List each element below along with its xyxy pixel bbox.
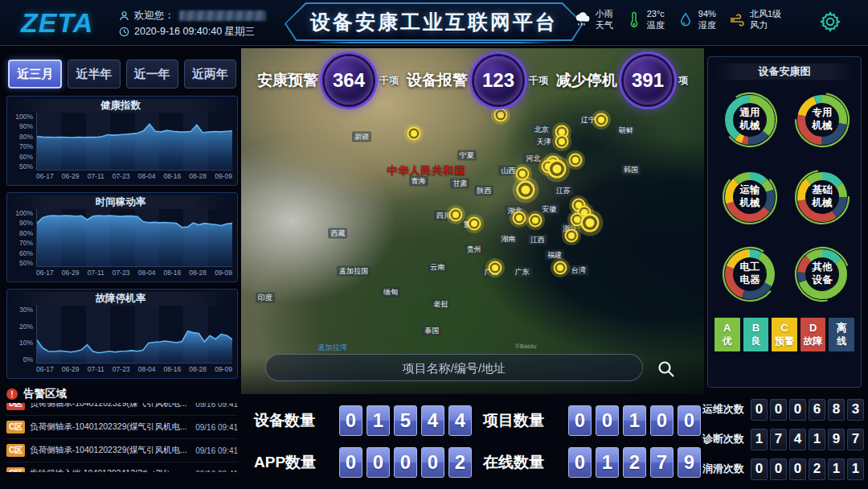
chart-panel-2: 故障停机率30%20%10%0%06-1706-2907-1107-2308-0…: [6, 289, 238, 379]
x-tick: 06-29: [62, 365, 80, 373]
weather-wind-value: 北风1级: [750, 9, 781, 20]
map-marker-17[interactable]: [574, 216, 580, 223]
map-label-region: 安徽: [540, 203, 559, 214]
x-tick: 06-17: [36, 172, 54, 180]
kpi-unit: 项: [678, 74, 688, 88]
map-marker-1[interactable]: [497, 112, 504, 118]
health-legend: A优B良C预警D故障离线: [714, 311, 854, 351]
alert-row-1[interactable]: C区负荷侧轴承-10401202329(煤气引风机电...09/16 09:41: [6, 416, 238, 439]
map-marker-20[interactable]: [557, 265, 563, 271]
settings-gear-icon[interactable]: [817, 8, 844, 35]
map-label-sea: 孟加拉湾: [315, 342, 349, 352]
gauge-label: 其他设备: [788, 240, 856, 308]
y-tick: 30%: [19, 306, 33, 314]
counter-digit: 0: [789, 399, 806, 421]
counter-digit: 2: [809, 458, 825, 480]
time-range-button-1[interactable]: 近半年: [68, 60, 120, 88]
device-health-panel: 设备安康图 通用机械专用机械运输机械基础机械电工电器其他设备 A优B良C预警D故…: [707, 56, 862, 388]
chart-plot: [36, 113, 232, 171]
map-marker-21[interactable]: [492, 265, 498, 271]
counter-digit: 3: [847, 399, 864, 421]
digit: 0: [339, 405, 362, 436]
y-tick: 80%: [19, 133, 33, 141]
counter-digit: 0: [770, 458, 787, 480]
masked-username: [179, 10, 266, 21]
map-label-region: 孟加拉国: [337, 265, 371, 276]
map-marker-7[interactable]: [545, 163, 551, 170]
gauge-5: 其他设备: [788, 240, 856, 308]
time-range-buttons: 近三月近半年近一年近两年: [6, 50, 238, 96]
project-search-input[interactable]: [266, 355, 642, 380]
map-marker-13[interactable]: [516, 215, 522, 221]
kpi-label: 安康预警: [257, 70, 318, 91]
map-marker-3[interactable]: [559, 129, 565, 135]
map-marker-14[interactable]: [532, 217, 538, 224]
map-marker-11[interactable]: [452, 212, 459, 218]
map-marker-16[interactable]: [581, 209, 588, 216]
digit-display: 00002: [339, 447, 472, 478]
chart-panel-1: 时间稼动率100%90%80%70%60%50%06-1706-2907-110…: [6, 192, 238, 282]
map-label-region: 印度: [256, 293, 275, 303]
stat-group-2: APP数量00002: [254, 447, 472, 478]
map-marker-19[interactable]: [568, 232, 575, 239]
x-tick: 06-29: [62, 172, 80, 180]
weather-rain-label: 天气: [596, 20, 613, 31]
map-label-region: 韩国: [621, 164, 641, 175]
x-tick: 08-04: [138, 269, 156, 277]
alert-row-3[interactable]: C区齿轮箱输入端-10401202412(2#（2V）...09/16 09:4…: [6, 462, 238, 472]
counter-label: 运维次数: [702, 402, 744, 417]
title-frame: 设备安康工业互联网平台: [285, 2, 583, 41]
map-label-region: 新疆: [352, 132, 371, 142]
map-marker-9[interactable]: [519, 171, 526, 177]
chart-plot: [36, 306, 232, 364]
time-range-button-0[interactable]: 近三月: [8, 60, 62, 88]
legend-item-3: D故障: [800, 318, 826, 351]
time-range-button-2[interactable]: 近一年: [126, 60, 178, 88]
alert-text: 齿轮箱输入端-10401202412(2#（2V）...: [30, 468, 190, 472]
search-icon[interactable]: [656, 359, 677, 380]
map-marker-12[interactable]: [471, 220, 477, 227]
counter-digit: 4: [789, 429, 806, 450]
digit: 2: [448, 447, 472, 478]
map-label-region: 北京: [532, 125, 551, 135]
x-tick: 08-28: [189, 172, 207, 180]
welcome-block: 欢迎您： 2020-9-16 09:40:40 星期三: [119, 7, 266, 39]
alert-row-0[interactable]: D区负荷侧轴承-10401202329(煤气引风机电...09/16 09:41: [6, 403, 238, 416]
alert-time: 09/16 09:41: [195, 470, 238, 473]
chart-title: 时间稼动率: [9, 195, 232, 209]
map-marker-18[interactable]: [585, 219, 594, 228]
map-label-region: 老挝: [431, 299, 450, 310]
map-marker-4[interactable]: [559, 138, 565, 145]
alert-time: 09/16 09:41: [195, 423, 238, 432]
digit: 0: [394, 447, 417, 478]
alert-row-2[interactable]: C区负荷侧轴承-10401202329(煤气引风机电...09/16 09:41: [6, 439, 238, 462]
map-marker-5[interactable]: [572, 157, 579, 163]
kpi-value: 364: [333, 69, 365, 92]
chart-x-axis: 06-1706-2907-1107-2308-0408-1608-2809-09: [36, 267, 232, 277]
y-tick: 0%: [23, 355, 33, 364]
alerts-list: D区负荷侧轴承-10401202329(煤气引风机电...09/16 09:41…: [6, 403, 238, 472]
time-range-button-3[interactable]: 近两年: [184, 60, 236, 88]
gauge-label: 运输机械: [716, 163, 784, 231]
alert-text: 负荷侧轴承-10401202329(煤气引风机电...: [30, 445, 190, 456]
digit: 2: [623, 447, 646, 478]
x-tick: 09-09: [215, 269, 232, 277]
digit-display: 00100: [568, 405, 701, 436]
map-marker-8[interactable]: [553, 165, 562, 174]
kpi-1: 设备报警123千项: [407, 56, 548, 105]
digit: 4: [421, 405, 444, 436]
map-label-region: 台湾: [569, 265, 588, 276]
map-marker-0[interactable]: [411, 130, 417, 137]
kpi-ring: 364: [325, 56, 373, 105]
map-marker-10[interactable]: [521, 185, 530, 194]
counter-1: 诊断次数174197: [702, 427, 863, 451]
x-tick: 07-23: [113, 172, 130, 180]
map-label-region: 江苏: [554, 186, 573, 196]
alert-badge: D区: [6, 403, 25, 410]
map-marker-15[interactable]: [575, 202, 582, 208]
x-tick: 07-11: [88, 269, 104, 277]
chart-panel-0: 健康指数100%90%80%70%60%50%06-1706-2907-1107…: [6, 96, 238, 186]
map-marker-2[interactable]: [598, 117, 604, 123]
map-label-region: 山西: [498, 165, 518, 175]
alerts-section: ! 告警区域 D区负荷侧轴承-10401202329(煤气引风机电...09/1…: [6, 385, 238, 472]
